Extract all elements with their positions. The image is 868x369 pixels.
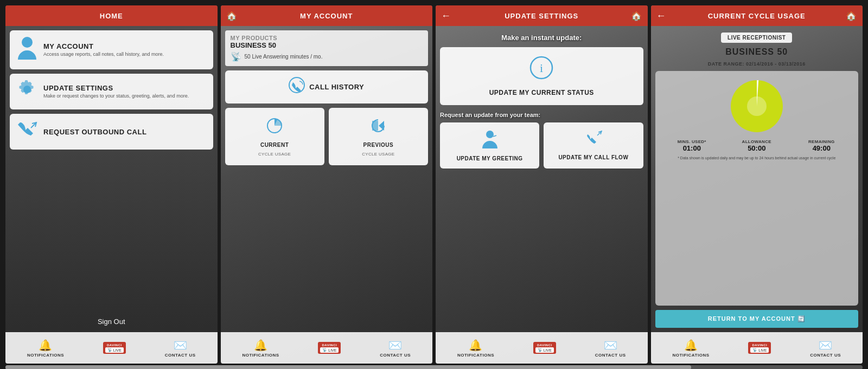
screens-container: HOME MY ACCOUNT Access usage reports, ca… [5,5,863,364]
phone-arrow-icon [16,119,38,144]
contact-us-btn-4[interactable]: ✉️ CONTACT US [810,339,841,358]
screen-update-settings: ← UPDATE SETTINGS 🏠 Make an instant upda… [436,5,648,364]
screen-current-cycle: ← CURRENT CYCLE USAGE 🏠 LIVE RECEPTIONIS… [651,5,863,364]
davinci-live-btn-3[interactable]: DAVINCI 📡 LIVE [533,342,556,354]
my-account-content: MY PRODUCTS BUSINESS 50 📡 50 Live Answer… [221,26,433,332]
home-content: MY ACCOUNT Access usage reports, call no… [5,26,218,332]
screen-home: HOME MY ACCOUNT Access usage reports, ca… [5,5,218,364]
bell-icon-2: 🔔 [254,339,267,352]
update-settings-header: ← UPDATE SETTINGS 🏠 [436,5,648,26]
call-history-label: CALL HISTORY [309,83,364,91]
update-settings-card[interactable]: UPDATE SETTINGS Make or request changes … [10,74,213,109]
svg-point-4 [486,131,494,138]
update-settings-text: UPDATE SETTINGS Make or request changes … [43,84,189,100]
contact-us-btn[interactable]: ✉️ CONTACT US [165,339,196,358]
contact-us-btn-3[interactable]: ✉️ CONTACT US [595,339,626,358]
update-settings-subtitle: Make or request changes to your status, … [43,93,189,100]
home-icon-right-4[interactable]: 🏠 [846,11,857,21]
return-to-account-btn[interactable]: RETURN TO MY ACCOUNT 🔄 [655,310,859,328]
usage-stats: MINS. USED* 01:00 ALLOWANCE 50:00 REMAIN… [661,139,853,152]
notifications-btn-2[interactable]: 🔔 NOTIFICATIONS [242,339,279,358]
envelope-icon: ✉️ [174,339,187,352]
my-products-section: MY PRODUCTS BUSINESS 50 📡 50 Live Answer… [225,30,429,66]
home-footer: 🔔 NOTIFICATIONS DAVINCI 📡 LIVE ✉️ CONTAC… [5,332,218,364]
mins-used-label: MINS. USED* [661,139,724,144]
live-answering-icon: 📡 [231,51,241,62]
my-products-title: MY PRODUCTS [231,35,423,41]
request-outbound-card[interactable]: REQUEST OUTBOUND CALL [10,114,213,150]
davinci-badge-2: DAVINCI [320,343,339,347]
update-settings-footer: 🔔 NOTIFICATIONS DAVINCI 📡 LIVE ✉️ CONTAC… [436,332,648,364]
my-account-footer: 🔔 NOTIFICATIONS DAVINCI 📡 LIVE ✉️ CONTAC… [221,332,433,364]
davinci-live-btn-4[interactable]: DAVINCI 📡 LIVE [748,342,771,354]
bell-icon-3: 🔔 [469,339,482,352]
live-badge-3: 📡 LIVE [535,347,554,353]
remaining-value: 49:00 [790,144,853,152]
live-badge: 📡 LIVE [105,347,124,353]
envelope-icon-3: ✉️ [604,339,617,352]
usage-product-name: BUSINESS 50 [655,47,859,57]
current-cycle-header: ← CURRENT CYCLE USAGE 🏠 [651,5,863,26]
scrollbar-thumb [5,365,691,369]
update-team-buttons: UPDATE MY GREETING UPDATE MY CALL FLOW [440,122,643,169]
update-call-flow-btn[interactable]: UPDATE MY CALL FLOW [544,122,643,169]
sign-out-link[interactable]: Sign Out [10,315,213,328]
update-settings-content: Make an instant update: i UPDATE MY CURR… [436,26,648,332]
usage-tab-bar: LIVE RECEPTIONIST [655,30,859,43]
allowance-label: ALLOWANCE [725,139,788,144]
update-status-btn[interactable]: i UPDATE MY CURRENT STATUS [440,47,643,105]
scrollbar-track[interactable] [5,365,863,369]
return-btn-label: RETURN TO MY ACCOUNT [708,315,795,322]
request-update-label: Request an update from your team: [440,112,643,118]
current-cycle-sub: CYCLE USAGE [258,152,291,157]
home-header: HOME [5,5,218,26]
current-cycle-btn[interactable]: CURRENT CYCLE USAGE [225,108,324,165]
instant-update-label: Make an instant update: [440,30,643,43]
svg-point-6 [747,96,767,116]
remaining-label: REMAINING [790,139,853,144]
mins-used-col: MINS. USED* 01:00 [661,139,724,152]
bell-icon-4: 🔔 [684,339,698,352]
update-greeting-btn[interactable]: UPDATE MY GREETING [440,122,539,169]
davinci-live-btn-2[interactable]: DAVINCI 📡 LIVE [318,342,341,354]
call-history-icon [289,77,305,97]
update-settings-title: UPDATE SETTINGS [43,84,189,92]
davinci-badge-3: DAVINCI [535,343,554,347]
current-cycle-header-title: CURRENT CYCLE USAGE [708,12,806,20]
notifications-btn-3[interactable]: 🔔 NOTIFICATIONS [457,339,494,358]
update-call-flow-label: UPDATE MY CALL FLOW [558,154,628,161]
home-icon-left[interactable]: 🏠 [226,11,238,21]
notifications-btn[interactable]: 🔔 NOTIFICATIONS [27,339,64,358]
call-flow-icon [584,129,603,151]
mins-used-value: 01:00 [661,144,724,152]
current-cycle-footer: 🔔 NOTIFICATIONS DAVINCI 📡 LIVE ✉️ CONTAC… [651,332,863,364]
notifications-label-3: NOTIFICATIONS [457,353,494,358]
greeting-icon [481,129,499,152]
current-cycle-content: LIVE RECEPTIONIST BUSINESS 50 DATE RANGE… [651,26,863,332]
my-account-card[interactable]: MY ACCOUNT Access usage reports, call no… [10,30,213,69]
svg-point-0 [22,37,33,48]
back-icon[interactable]: ← [441,10,451,22]
my-account-title: MY ACCOUNT [43,42,164,50]
davinci-live-btn[interactable]: DAVINCI 📡 LIVE [103,342,126,354]
contact-us-label-3: CONTACT US [595,353,626,358]
remaining-col: REMAINING 49:00 [790,139,853,152]
request-outbound-text: REQUEST OUTBOUND CALL [43,128,146,136]
contact-us-label-2: CONTACT US [380,353,411,358]
home-icon-right[interactable]: 🏠 [631,11,642,21]
usage-disclaimer: * Data shown is updated daily and may be… [675,156,838,160]
notifications-btn-4[interactable]: 🔔 NOTIFICATIONS [672,339,709,358]
davinci-badge: DAVINCI [105,343,124,347]
notifications-label-2: NOTIFICATIONS [242,353,279,358]
previous-cycle-btn[interactable]: PREVIOUS CYCLE USAGE [329,108,428,165]
allowance-col: ALLOWANCE 50:00 [725,139,788,152]
contact-us-btn-2[interactable]: ✉️ CONTACT US [380,339,411,358]
back-icon-4[interactable]: ← [656,10,667,22]
home-title: HOME [100,12,123,20]
envelope-icon-4: ✉️ [819,339,832,352]
live-receptionist-tab[interactable]: LIVE RECEPTIONIST [721,33,792,43]
my-account-header: 🏠 MY ACCOUNT [221,5,433,26]
update-settings-header-title: UPDATE SETTINGS [505,12,578,20]
refresh-icon: 🔄 [797,315,806,322]
call-history-btn[interactable]: CALL HISTORY [225,70,429,103]
